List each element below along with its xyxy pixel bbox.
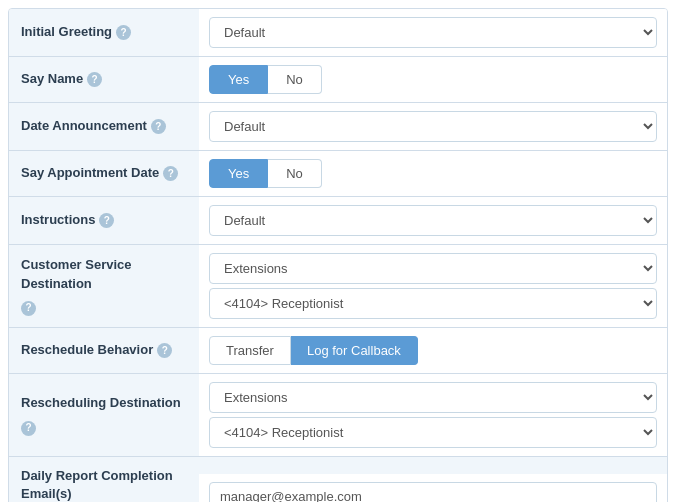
reschedule-behavior-row: Reschedule Behavior ? Transfer Log for C… bbox=[9, 328, 667, 374]
rescheduling-destination-value: Extensions <4104> Receptionist bbox=[199, 374, 667, 456]
say-appointment-date-row: Say Appointment Date ? Yes No bbox=[9, 151, 667, 197]
rescheduling-destination-help-icon[interactable]: ? bbox=[21, 421, 36, 436]
reschedule-behavior-text: Reschedule Behavior bbox=[21, 341, 153, 359]
say-appointment-date-value: Yes No bbox=[199, 151, 667, 196]
customer-service-destination-value: Extensions <4104> Receptionist bbox=[199, 245, 667, 327]
daily-report-email-input[interactable] bbox=[209, 482, 657, 502]
date-announcement-text: Date Announcement bbox=[21, 117, 147, 135]
settings-form: Initial Greeting ? Default Say Name ? Ye… bbox=[8, 8, 668, 502]
initial-greeting-value: Default bbox=[199, 9, 667, 56]
rescheduling-destination-select1[interactable]: Extensions bbox=[209, 382, 657, 413]
instructions-row: Instructions ? Default bbox=[9, 197, 667, 245]
reschedule-behavior-value: Transfer Log for Callback bbox=[199, 328, 667, 373]
reschedule-log-callback-button[interactable]: Log for Callback bbox=[291, 336, 418, 365]
rescheduling-destination-text: Rescheduling Destination bbox=[21, 394, 181, 412]
instructions-select[interactable]: Default bbox=[209, 205, 657, 236]
reschedule-transfer-button[interactable]: Transfer bbox=[209, 336, 291, 365]
date-announcement-value: Default bbox=[199, 103, 667, 150]
say-appointment-date-toggle-group: Yes No bbox=[209, 159, 657, 188]
customer-service-destination-select2[interactable]: <4104> Receptionist bbox=[209, 288, 657, 319]
say-appointment-date-no-button[interactable]: No bbox=[268, 159, 322, 188]
instructions-help-icon[interactable]: ? bbox=[99, 213, 114, 228]
customer-service-destination-help-icon[interactable]: ? bbox=[21, 301, 36, 316]
reschedule-behavior-label: Reschedule Behavior ? bbox=[9, 331, 199, 369]
initial-greeting-help-icon[interactable]: ? bbox=[116, 25, 131, 40]
say-appointment-date-yes-button[interactable]: Yes bbox=[209, 159, 268, 188]
customer-service-destination-label: Customer Service Destination ? bbox=[9, 246, 199, 325]
say-name-value: Yes No bbox=[199, 57, 667, 102]
date-announcement-help-icon[interactable]: ? bbox=[151, 119, 166, 134]
initial-greeting-text: Initial Greeting bbox=[21, 23, 112, 41]
daily-report-email-label: Daily Report Completion Email(s) ? bbox=[9, 457, 199, 502]
say-appointment-date-text: Say Appointment Date bbox=[21, 164, 159, 182]
date-announcement-select[interactable]: Default bbox=[209, 111, 657, 142]
rescheduling-destination-row: Rescheduling Destination ? Extensions <4… bbox=[9, 374, 667, 457]
say-name-row: Say Name ? Yes No bbox=[9, 57, 667, 103]
instructions-label: Instructions ? bbox=[9, 201, 199, 239]
initial-greeting-row: Initial Greeting ? Default bbox=[9, 9, 667, 57]
rescheduling-destination-select2[interactable]: <4104> Receptionist bbox=[209, 417, 657, 448]
reschedule-behavior-toggle-group: Transfer Log for Callback bbox=[209, 336, 657, 365]
say-name-label: Say Name ? bbox=[9, 60, 199, 98]
say-appointment-date-help-icon[interactable]: ? bbox=[163, 166, 178, 181]
initial-greeting-select[interactable]: Default bbox=[209, 17, 657, 48]
daily-report-email-value bbox=[199, 474, 667, 502]
customer-service-destination-text: Customer Service Destination bbox=[21, 256, 187, 292]
reschedule-behavior-help-icon[interactable]: ? bbox=[157, 343, 172, 358]
customer-service-destination-select1[interactable]: Extensions bbox=[209, 253, 657, 284]
say-name-no-button[interactable]: No bbox=[268, 65, 322, 94]
say-name-yes-button[interactable]: Yes bbox=[209, 65, 268, 94]
initial-greeting-label: Initial Greeting ? bbox=[9, 13, 199, 51]
say-name-text: Say Name bbox=[21, 70, 83, 88]
say-name-help-icon[interactable]: ? bbox=[87, 72, 102, 87]
customer-service-destination-row: Customer Service Destination ? Extension… bbox=[9, 245, 667, 328]
daily-report-email-row: Daily Report Completion Email(s) ? bbox=[9, 457, 667, 502]
instructions-value: Default bbox=[199, 197, 667, 244]
daily-report-email-text: Daily Report Completion Email(s) bbox=[21, 467, 187, 502]
instructions-text: Instructions bbox=[21, 211, 95, 229]
date-announcement-label: Date Announcement ? bbox=[9, 107, 199, 145]
say-name-toggle-group: Yes No bbox=[209, 65, 657, 94]
rescheduling-destination-label: Rescheduling Destination ? bbox=[9, 384, 199, 445]
date-announcement-row: Date Announcement ? Default bbox=[9, 103, 667, 151]
say-appointment-date-label: Say Appointment Date ? bbox=[9, 154, 199, 192]
